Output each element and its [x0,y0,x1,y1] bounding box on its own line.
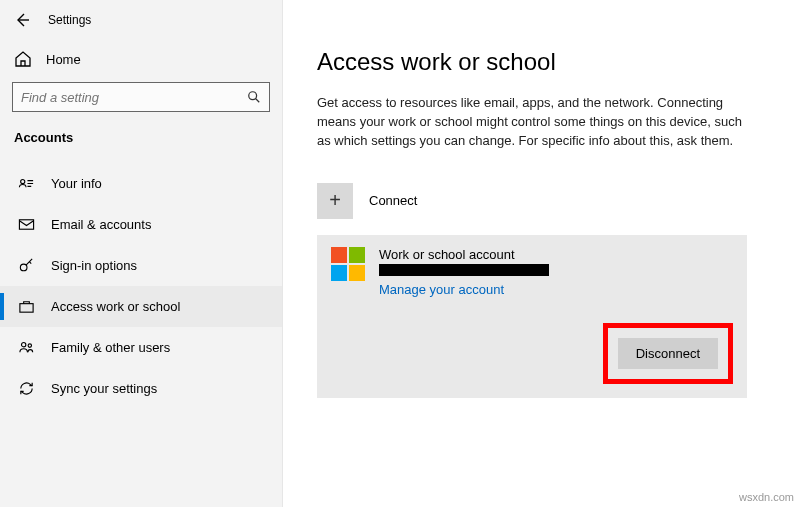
sidebar-item-label: Family & other users [51,340,170,355]
sidebar-item-label: Email & accounts [51,217,151,232]
sidebar: Settings Home Accounts [0,0,283,507]
main-content: Access work or school Get access to reso… [283,0,800,507]
search-box[interactable] [12,82,270,112]
account-card[interactable]: Work or school account Manage your accou… [317,235,747,398]
account-email-redacted [379,264,549,276]
sidebar-category: Accounts [0,126,282,163]
search-container [0,76,282,126]
connect-label: Connect [369,193,417,208]
account-header: Work or school account Manage your accou… [331,247,733,297]
svg-rect-2 [19,220,33,229]
plus-icon: + [317,183,353,219]
svg-rect-4 [20,304,33,313]
sidebar-item-label: Access work or school [51,299,180,314]
page-description: Get access to resources like email, apps… [317,94,747,151]
page-title: Access work or school [317,48,760,76]
people-icon [18,339,35,356]
search-input[interactable] [21,90,247,105]
sidebar-home[interactable]: Home [0,42,282,76]
sidebar-item-email-accounts[interactable]: Email & accounts [0,204,282,245]
sidebar-item-sync-settings[interactable]: Sync your settings [0,368,282,409]
home-icon [14,50,32,68]
microsoft-logo-icon [331,247,365,281]
manage-account-link[interactable]: Manage your account [379,282,549,297]
search-icon [247,90,261,104]
app-title: Settings [48,13,91,27]
mail-icon [18,216,35,233]
watermark: wsxdn.com [739,491,794,503]
account-info: Work or school account Manage your accou… [379,247,549,297]
disconnect-button[interactable]: Disconnect [618,338,718,369]
sidebar-item-family-users[interactable]: Family & other users [0,327,282,368]
home-label: Home [46,52,81,67]
titlebar: Settings [0,10,282,42]
sync-icon [18,380,35,397]
disconnect-area: Disconnect [331,323,733,384]
svg-point-0 [249,92,257,100]
highlight-annotation: Disconnect [603,323,733,384]
svg-point-3 [20,264,27,271]
person-card-icon [18,175,35,192]
back-icon[interactable] [14,12,30,28]
briefcase-icon [18,298,35,315]
sidebar-item-label: Your info [51,176,102,191]
svg-point-6 [28,344,31,347]
account-title: Work or school account [379,247,549,262]
sidebar-item-signin-options[interactable]: Sign-in options [0,245,282,286]
sidebar-item-label: Sync your settings [51,381,157,396]
sidebar-item-label: Sign-in options [51,258,137,273]
key-icon [18,257,35,274]
connect-button[interactable]: + Connect [317,183,760,219]
sidebar-nav: Your info Email & accounts Sign-in optio… [0,163,282,409]
sidebar-item-your-info[interactable]: Your info [0,163,282,204]
svg-point-5 [21,342,25,346]
sidebar-item-access-work-school[interactable]: Access work or school [0,286,282,327]
svg-point-1 [21,180,25,184]
